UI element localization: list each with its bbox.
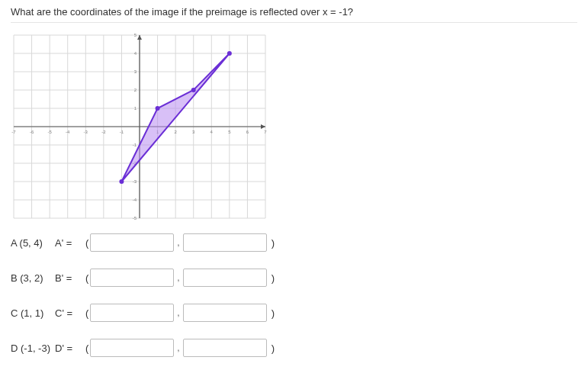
close-paren: ) <box>272 343 275 354</box>
prime-label-b: B' = <box>55 272 85 284</box>
svg-text:3: 3 <box>192 130 195 134</box>
comma: , <box>177 272 179 283</box>
row-c: C (1, 1) C' = ( , ) <box>11 304 577 322</box>
preimage-label-b: B (3, 2) <box>11 272 55 284</box>
svg-text:-4: -4 <box>133 198 137 202</box>
open-paren: ( <box>85 343 88 354</box>
close-paren: ) <box>272 307 275 319</box>
preimage-label-d: D (-1, -3) <box>11 343 55 354</box>
input-a-x[interactable] <box>90 233 174 252</box>
input-a-y[interactable] <box>183 233 267 252</box>
open-paren: ( <box>85 272 88 284</box>
svg-text:-5: -5 <box>133 216 137 220</box>
coordinate-graph: -7-6-5-4-3-2-11234567-5-4-3-2-112345 <box>6 27 577 226</box>
svg-text:2: 2 <box>174 130 177 134</box>
svg-point-56 <box>191 88 196 92</box>
close-paren: ) <box>272 237 275 249</box>
svg-text:-5: -5 <box>47 130 52 134</box>
svg-marker-28 <box>261 124 265 129</box>
comma: , <box>177 343 179 353</box>
close-paren: ) <box>272 272 275 284</box>
comma: , <box>177 237 179 248</box>
prime-label-a: A' = <box>55 237 85 249</box>
row-a: A (5, 4) A' = ( , ) <box>11 233 577 252</box>
graph-svg: -7-6-5-4-3-2-11234567-5-4-3-2-112345 <box>6 27 273 226</box>
prime-label-d: D' = <box>55 343 85 354</box>
svg-text:-6: -6 <box>30 130 34 134</box>
preimage-label-a: A (5, 4) <box>11 237 55 249</box>
row-d: D (-1, -3) D' = ( , ) <box>11 339 577 357</box>
input-c-x[interactable] <box>90 304 174 322</box>
svg-point-58 <box>119 179 124 184</box>
answer-section: A (5, 4) A' = ( , ) B (3, 2) B' = ( , ) … <box>11 233 577 357</box>
svg-text:-3: -3 <box>133 179 137 184</box>
svg-text:7: 7 <box>264 130 267 134</box>
open-paren: ( <box>85 307 88 319</box>
preimage-label-c: C (1, 1) <box>11 307 55 319</box>
svg-text:4: 4 <box>210 130 214 134</box>
svg-text:-4: -4 <box>66 130 70 134</box>
svg-marker-29 <box>137 35 142 40</box>
svg-text:-3: -3 <box>84 130 88 134</box>
svg-text:6: 6 <box>246 130 249 134</box>
svg-text:-1: -1 <box>120 130 124 134</box>
comma: , <box>177 307 179 318</box>
input-d-x[interactable] <box>90 339 174 357</box>
prime-label-c: C' = <box>55 307 85 319</box>
svg-text:5: 5 <box>228 130 231 134</box>
open-paren: ( <box>85 237 88 249</box>
input-c-y[interactable] <box>183 304 267 322</box>
input-b-y[interactable] <box>183 269 267 287</box>
input-d-y[interactable] <box>183 339 267 357</box>
question-text: What are the coordinates of the image if… <box>11 6 577 23</box>
input-b-x[interactable] <box>90 269 174 287</box>
svg-text:-2: -2 <box>101 130 106 134</box>
row-b: B (3, 2) B' = ( , ) <box>11 269 577 287</box>
svg-point-57 <box>156 106 160 111</box>
svg-text:-1: -1 <box>133 143 137 147</box>
svg-text:-7: -7 <box>11 130 16 134</box>
svg-point-55 <box>227 51 232 56</box>
